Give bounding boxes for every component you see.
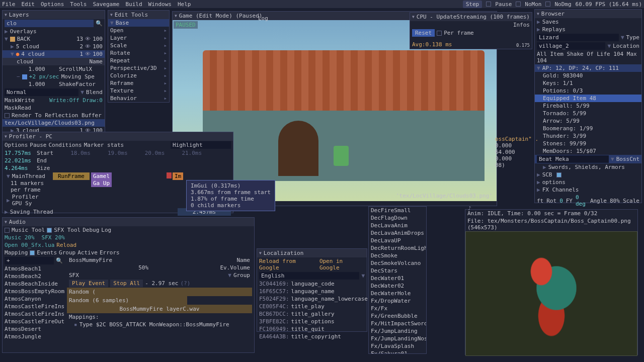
- dec-item[interactable]: DecSmoke: [369, 252, 426, 259]
- blend-row[interactable]: Normal▼Blend: [3, 88, 105, 97]
- swords-node[interactable]: ▶Swords, Shields, Armors: [535, 163, 641, 171]
- dec-item[interactable]: DecLavaAnimDrops: [369, 229, 426, 237]
- prof-options[interactable]: Options: [5, 142, 28, 148]
- active-tab[interactable]: Active: [77, 249, 98, 256]
- loc-row[interactable]: 3C044169:language_code: [257, 280, 367, 288]
- errors-tab[interactable]: Errors: [100, 249, 120, 256]
- events-tab[interactable]: Events: [37, 249, 57, 256]
- dec-item[interactable]: DecLavaUP: [369, 237, 426, 244]
- audio-item[interactable]: AtmosMouseland: [3, 340, 65, 342]
- log-tab[interactable]: Log: [258, 15, 268, 22]
- gaup-bar[interactable]: Ga Up: [91, 179, 112, 187]
- reload-button[interactable]: Reload: [56, 242, 76, 248]
- audio-item[interactable]: AtmosBeach1: [3, 265, 65, 273]
- audio-item[interactable]: AtmosCastleFireInsi: [3, 310, 65, 318]
- edittool-behavior[interactable]: Behavior▸: [108, 95, 169, 102]
- sprite-viewport[interactable]: [465, 231, 637, 356]
- edittool-repeat[interactable]: Repeat▸: [108, 57, 169, 64]
- declist-panel[interactable]: DecFireSmallDecFlagDownDecLavaAnimDecLav…: [368, 206, 427, 354]
- layers-search[interactable]: clo: [5, 20, 94, 27]
- options-node[interactable]: ▶options: [535, 178, 641, 186]
- loc-row[interactable]: 3FBFE82C:title_options: [257, 318, 367, 325]
- overlays-node[interactable]: ▶Overlays: [3, 28, 105, 35]
- dec-item[interactable]: DecWater01: [369, 275, 426, 282]
- edittool-rotate[interactable]: Rotate▸: [108, 49, 169, 57]
- browser-header[interactable]: Browser: [535, 10, 641, 18]
- loc-row[interactable]: EA464A3B:title_copyright: [257, 333, 367, 340]
- replays-node[interactable]: ▶Replays: [535, 26, 641, 33]
- lizard-input[interactable]: Lizard: [537, 34, 619, 41]
- edittool-open[interactable]: Open▸: [108, 27, 169, 34]
- menu-file[interactable]: File: [2, 1, 16, 8]
- runframe-bar[interactable]: RunFrame: [53, 172, 90, 180]
- edittools-header[interactable]: Edit Tools: [108, 11, 169, 19]
- audio-filter[interactable]: +: [5, 257, 54, 264]
- reflect-row[interactable]: Render To Reflection Buffer: [3, 112, 105, 119]
- audio-header[interactable]: Audio: [3, 218, 254, 226]
- fxch-node[interactable]: ▶FX Channels: [535, 186, 641, 194]
- audio-item[interactable]: AtmosCanyon: [3, 295, 65, 303]
- dec-item[interactable]: DecFireSmall: [369, 207, 426, 214]
- perframe-check[interactable]: [437, 31, 442, 36]
- mainthread-node[interactable]: ▼MainThread: [5, 172, 51, 180]
- audio-item[interactable]: AtmosDesert: [3, 325, 65, 333]
- wav-bar[interactable]: BossMummyFire layerC.wav: [67, 305, 252, 313]
- menu-edit[interactable]: Edit: [22, 1, 35, 8]
- village-input[interactable]: village_2: [537, 42, 605, 50]
- dec-item[interactable]: Fx/JumpLandingNos: [369, 335, 426, 342]
- edittool-perspective/3d[interactable]: Perspective/3D▸: [108, 64, 169, 72]
- step-button[interactable]: Step: [463, 1, 482, 8]
- loc-row[interactable]: 16F65C57:language_name: [257, 288, 367, 295]
- loc-row[interactable]: F5024F29:language_name_lowercase: [257, 295, 367, 303]
- menu-options[interactable]: Options: [41, 1, 64, 8]
- base-node[interactable]: ▼Base: [108, 19, 169, 27]
- menu-build[interactable]: Build: [125, 1, 142, 8]
- p-bar[interactable]: [167, 172, 172, 178]
- edittool-layer[interactable]: Layer▸: [108, 34, 169, 42]
- audio-item[interactable]: AtmosBossEmptyRoom: [3, 288, 65, 295]
- stop-all[interactable]: Stop All: [110, 280, 143, 287]
- infos-link[interactable]: Infos: [513, 22, 530, 28]
- profiler-header[interactable]: Profiler - PC: [3, 132, 233, 141]
- stats-node[interactable]: ▼AP: 12, DP: 24, CP: 111: [535, 64, 641, 72]
- beatmeka-input[interactable]: Beat Meka: [537, 155, 609, 163]
- dec-item[interactable]: DecSmokeVolcano: [369, 259, 426, 267]
- prof-pause[interactable]: Pause: [30, 142, 46, 148]
- dec-item[interactable]: Fx/Fx: [369, 305, 426, 312]
- maskwrite-row[interactable]: MaskWriteWrite:Off Draw:0: [3, 97, 105, 104]
- dec-item[interactable]: Fx/HitImpactSword: [369, 320, 426, 327]
- prof-markerstats[interactable]: Marker stats: [84, 142, 124, 148]
- sfxtool-tab[interactable]: SFX Tool: [54, 227, 80, 233]
- open-sfx[interactable]: Open 00_Sfx.lua: [5, 242, 54, 248]
- menu-savegame[interactable]: Savegame: [93, 1, 119, 8]
- saves-node[interactable]: ▶Saves: [535, 18, 641, 26]
- audio-item[interactable]: AtmosJungle: [3, 333, 65, 340]
- edittool-texture[interactable]: Texture▸: [108, 87, 169, 95]
- dec-item[interactable]: Fx/Sakura01: [369, 350, 426, 354]
- layers-header[interactable]: Layers: [3, 11, 105, 19]
- cloud4-node[interactable]: ▼●4 cloud1👁100: [3, 50, 105, 58]
- texpath-row[interactable]: tex/LocVillage/Clouds03.png: [3, 119, 105, 127]
- group-tab[interactable]: Group: [59, 249, 75, 256]
- play-event[interactable]: Play Event: [69, 280, 108, 287]
- random-bar-short[interactable]: Random (: [67, 288, 252, 296]
- scb-node[interactable]: ▶SCB: [535, 171, 641, 178]
- audio-item[interactable]: AtmosBeachInside: [3, 280, 65, 288]
- maskread-row[interactable]: MaskRead: [3, 104, 105, 112]
- loc-row[interactable]: CE005F4C:title_play: [257, 303, 367, 310]
- nomon-check[interactable]: [516, 2, 521, 7]
- random-bar[interactable]: Random (6 samples): [67, 296, 187, 305]
- reset-button[interactable]: Reset: [412, 29, 435, 37]
- gpusy-node[interactable]: ▶Profiler GPU Sy: [5, 193, 51, 207]
- dec-item[interactable]: Fx/DropWater: [369, 297, 426, 305]
- img-bar[interactable]: Im: [173, 172, 183, 180]
- prof-conditions[interactable]: Conditions: [48, 142, 82, 148]
- shake-row[interactable]: 1.000ShakeFactor: [3, 80, 105, 88]
- mapping-tab[interactable]: Mapping: [5, 249, 28, 256]
- log-tab2[interactable]: Log: [101, 227, 111, 233]
- menu-help[interactable]: Help: [178, 1, 191, 8]
- loc-row[interactable]: FC106949:title_quit: [257, 325, 367, 333]
- dec-item[interactable]: DecWaterHole: [369, 290, 426, 297]
- dec-item[interactable]: DecStars: [369, 267, 426, 275]
- dec-item[interactable]: DecLavaAnim: [369, 222, 426, 229]
